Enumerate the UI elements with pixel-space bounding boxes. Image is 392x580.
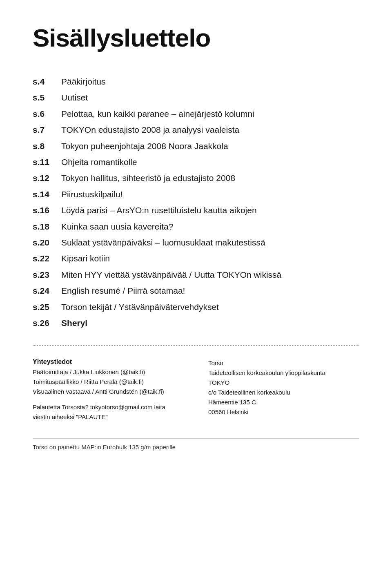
toc-label: Suklaat ystävänpäiväksi – luomusuklaat m… xyxy=(61,236,265,248)
table-of-contents: s.4Pääkirjoituss.5Uutisets.6Pelottaa, ku… xyxy=(33,76,359,329)
toc-page-number: s.14 xyxy=(33,188,61,200)
toc-page-number: s.5 xyxy=(33,91,61,103)
toc-item: s.7TOKYOn edustajisto 2008 ja analyysi v… xyxy=(33,124,359,136)
toc-item: s.20Suklaat ystävänpäiväksi – luomusukla… xyxy=(33,236,359,248)
toc-label: Löydä parisi – ArsYO:n rusettiluistelu k… xyxy=(61,204,257,216)
contact-org-postal: 00560 Helsinki xyxy=(208,407,359,417)
contact-right: Torso Taideteollisen korkeakoulun yliopp… xyxy=(208,358,359,422)
toc-label: Kipsari kotiin xyxy=(61,252,110,264)
toc-item: s.4Pääkirjoitus xyxy=(33,76,359,87)
toc-page-number: s.23 xyxy=(33,269,61,281)
contact-org-desc: Taideteollisen korkeakoulun ylioppilasku… xyxy=(208,368,359,378)
toc-item: s.22Kipsari kotiin xyxy=(33,252,359,264)
toc-item: s.23Miten HYY viettää ystävänpäivää / Uu… xyxy=(33,269,359,281)
toc-item: s.16Löydä parisi – ArsYO:n rusettiluiste… xyxy=(33,204,359,216)
toc-label: Sheryl xyxy=(61,317,87,329)
toc-item: s.24English resumé / Piirrä sotamaa! xyxy=(33,285,359,297)
toc-item: s.12Tokyon hallitus, sihteeristö ja edus… xyxy=(33,172,359,184)
toc-item: s.6Pelottaa, kun kaikki paranee – ainejä… xyxy=(33,108,359,120)
toc-page-number: s.4 xyxy=(33,76,61,87)
toc-item: s.5Uutiset xyxy=(33,91,359,103)
footer-note: Torso on painettu MAP:in Eurobulk 135 g/… xyxy=(33,438,359,451)
contact-org-city: TOKYO xyxy=(208,378,359,388)
section-divider xyxy=(33,345,359,346)
contact-left: Yhteystiedot Päätoimittaja / Jukka Liukk… xyxy=(33,358,184,422)
toc-page-number: s.20 xyxy=(33,236,61,248)
contact-feedback: Palautetta Torsosta? tokyotorso@gmail.co… xyxy=(33,402,184,422)
toc-label: Pääkirjoitus xyxy=(61,76,106,87)
toc-page-number: s.26 xyxy=(33,317,61,329)
contact-org-address2: Hämeentie 135 C xyxy=(208,397,359,407)
toc-item: s.18Kuinka saan uusia kavereita? xyxy=(33,221,359,232)
toc-label: TOKYOn edustajisto 2008 ja analyysi vaal… xyxy=(61,124,239,136)
contact-staff: Päätoimittaja / Jukka Liukkonen (@taik.f… xyxy=(33,367,184,397)
contact-org-name: Torso xyxy=(208,358,359,368)
toc-label: Torson tekijät / Ystävänpäivätervehdykse… xyxy=(61,301,219,313)
toc-page-number: s.24 xyxy=(33,285,61,297)
toc-item: s.26Sheryl xyxy=(33,317,359,329)
toc-item: s.11Ohjeita romantikolle xyxy=(33,156,359,168)
toc-label: Piirustuskilpailu! xyxy=(61,188,123,200)
toc-item: s.8Tokyon puheenjohtaja 2008 Noora Jaakk… xyxy=(33,140,359,152)
toc-label: Pelottaa, kun kaikki paranee – ainejärje… xyxy=(61,108,254,120)
toc-item: s.14Piirustuskilpailu! xyxy=(33,188,359,200)
toc-page-number: s.18 xyxy=(33,221,61,232)
toc-label: Kuinka saan uusia kavereita? xyxy=(61,221,173,232)
toc-page-number: s.6 xyxy=(33,108,61,120)
toc-page-number: s.8 xyxy=(33,140,61,152)
toc-page-number: s.25 xyxy=(33,301,61,313)
toc-page-number: s.11 xyxy=(33,156,61,168)
toc-label: English resumé / Piirrä sotamaa! xyxy=(61,285,185,297)
toc-item: s.25Torson tekijät / Ystävänpäivätervehd… xyxy=(33,301,359,313)
contact-heading: Yhteystiedot xyxy=(33,358,184,366)
toc-page-number: s.12 xyxy=(33,172,61,184)
contact-editor: Päätoimittaja / Jukka Liukkonen (@taik.f… xyxy=(33,367,184,377)
toc-page-number: s.16 xyxy=(33,204,61,216)
contact-chief: Toimituspäällikkö / Riitta Perälä (@taik… xyxy=(33,377,184,387)
page-title: Sisällysluettelo xyxy=(33,25,359,51)
contact-visual: Visuaalinen vastaava / Antti Grundstén (… xyxy=(33,387,184,397)
toc-label: Uutiset xyxy=(61,91,88,103)
toc-page-number: s.22 xyxy=(33,252,61,264)
contact-section: Yhteystiedot Päätoimittaja / Jukka Liukk… xyxy=(33,358,359,422)
toc-page-number: s.7 xyxy=(33,124,61,136)
contact-org-address1: c/o Taideteollinen korkeakoulu xyxy=(208,388,359,397)
toc-label: Tokyon hallitus, sihteeristö ja edustaji… xyxy=(61,172,235,184)
toc-label: Ohjeita romantikolle xyxy=(61,156,137,168)
toc-label: Tokyon puheenjohtaja 2008 Noora Jaakkola xyxy=(61,140,228,152)
toc-label: Miten HYY viettää ystävänpäivää / Uutta … xyxy=(61,269,281,281)
